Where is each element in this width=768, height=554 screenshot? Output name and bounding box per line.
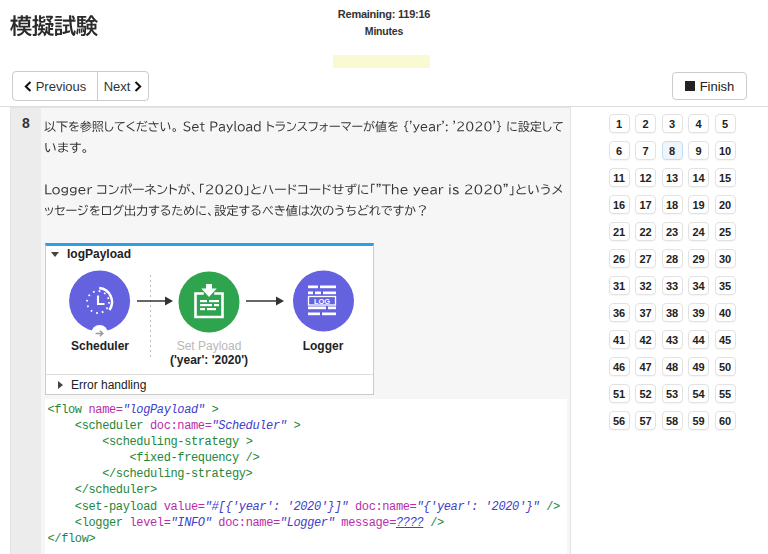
svg-text:LOG: LOG [314,297,330,306]
